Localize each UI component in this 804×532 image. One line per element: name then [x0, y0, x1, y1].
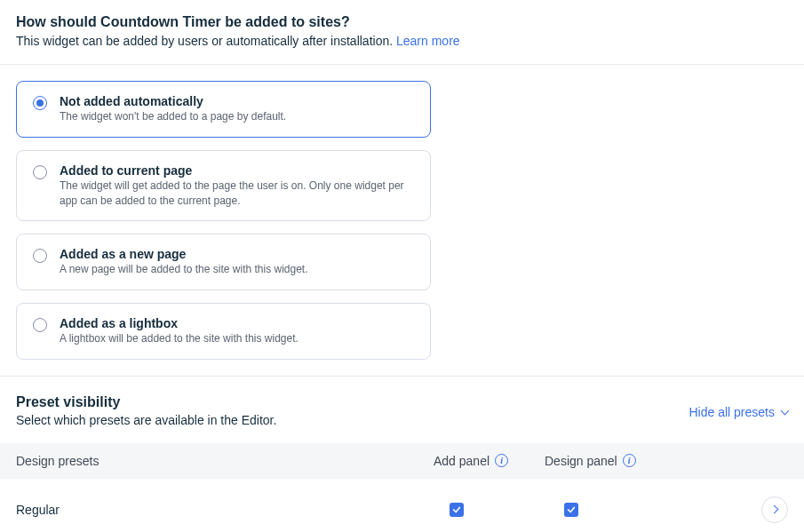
radio-button-icon — [33, 165, 47, 179]
preset-header: Preset visibility Select which presets a… — [0, 376, 804, 443]
preset-title: Preset visibility — [16, 394, 276, 410]
info-icon[interactable]: i — [495, 454, 508, 467]
radio-title: Added as a lightbox — [60, 316, 414, 330]
radio-button-icon — [33, 318, 47, 332]
subtitle-text: This widget can be added by users or aut… — [16, 34, 393, 48]
chevron-right-icon — [769, 505, 778, 514]
table-header: Design presets Add panel i Design panel … — [0, 443, 804, 479]
radio-button-icon — [33, 249, 47, 263]
radio-option-not-added[interactable]: Not added automatically The widget won't… — [16, 81, 431, 138]
preset-name: Regular — [16, 503, 434, 517]
radio-desc: A lightbox will be added to the site wit… — [60, 331, 414, 346]
chevron-down-icon — [781, 407, 790, 416]
radio-option-new-page[interactable]: Added as a new page A new page will be a… — [16, 234, 431, 290]
col-add-panel: Add panel i — [434, 454, 545, 468]
radio-option-lightbox[interactable]: Added as a lightbox A lightbox will be a… — [16, 303, 431, 360]
section-subtitle: This widget can be added by users or aut… — [16, 34, 788, 48]
radio-option-current-page[interactable]: Added to current page The widget will ge… — [16, 150, 431, 222]
section-title: How should Countdown Timer be added to s… — [16, 14, 788, 30]
radio-desc: The widget won't be added to a page by d… — [60, 109, 414, 124]
radio-title: Not added automatically — [60, 94, 414, 108]
radio-button-icon — [33, 96, 47, 110]
checkbox-add-panel[interactable] — [450, 503, 464, 517]
col-design-presets: Design presets — [16, 454, 434, 468]
hide-all-label: Hide all presets — [689, 405, 776, 419]
info-icon[interactable]: i — [623, 454, 636, 467]
expand-button[interactable] — [761, 496, 788, 523]
check-icon — [567, 505, 576, 514]
radio-title: Added to current page — [60, 163, 414, 178]
preset-subtitle: Select which presets are available in th… — [16, 413, 276, 427]
section-header: How should Countdown Timer be added to s… — [0, 0, 804, 65]
col-design-panel: Design panel i — [545, 454, 752, 468]
checkbox-design-panel[interactable] — [564, 503, 578, 517]
radio-desc: The widget will get added to the page th… — [60, 179, 414, 209]
radio-desc: A new page will be added to the site wit… — [60, 262, 414, 277]
radio-group: Not added automatically The widget won't… — [0, 65, 804, 376]
radio-title: Added as a new page — [60, 247, 414, 261]
check-icon — [452, 505, 461, 514]
hide-all-presets-link[interactable]: Hide all presets — [689, 405, 789, 419]
table-row: Regular — [0, 479, 804, 532]
learn-more-link[interactable]: Learn more — [396, 34, 460, 48]
